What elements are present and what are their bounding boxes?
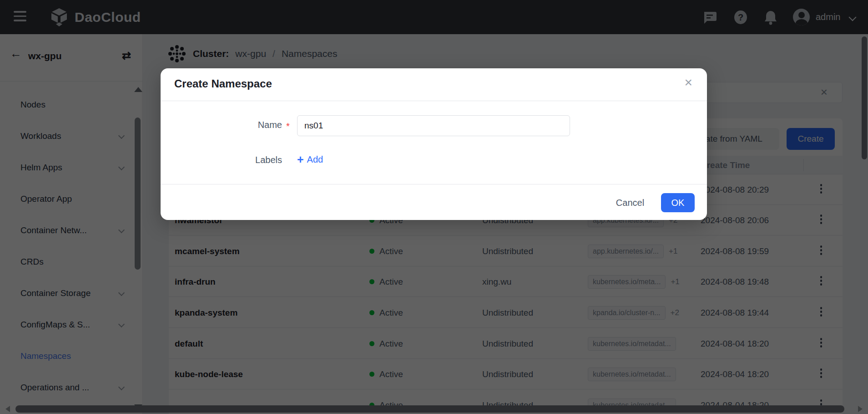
name-field-label: Name bbox=[209, 120, 282, 130]
modal-footer: Cancel OK bbox=[161, 184, 707, 220]
cancel-button[interactable]: Cancel bbox=[610, 195, 651, 210]
ok-button[interactable]: OK bbox=[661, 193, 695, 212]
create-namespace-modal: Create Namespace × Name * Labels + Add C… bbox=[161, 68, 707, 220]
plus-icon: + bbox=[297, 154, 304, 165]
modal-title: Create Namespace bbox=[174, 77, 272, 90]
modal-close-icon[interactable]: × bbox=[684, 76, 692, 89]
namespace-name-input[interactable] bbox=[297, 115, 570, 136]
add-label-link[interactable]: + Add bbox=[297, 154, 323, 165]
app-window: DaoCloud ? admin ← wx-gpu ⇄ Nodes Worklo… bbox=[0, 0, 868, 414]
labels-field-label: Labels bbox=[209, 155, 282, 165]
required-asterisk: * bbox=[286, 121, 290, 132]
modal-header: Create Namespace × bbox=[161, 68, 707, 101]
